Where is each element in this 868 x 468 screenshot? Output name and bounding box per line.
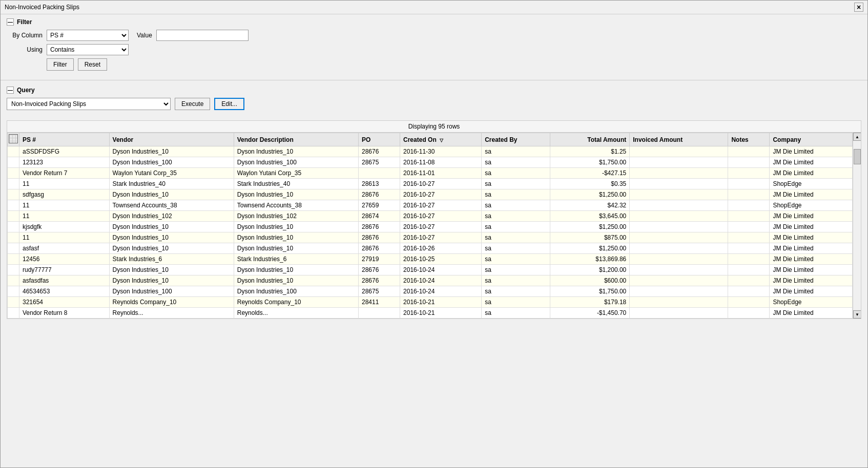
cell-company: JM Die Limited	[770, 286, 853, 297]
table-row[interactable]: 11Stark Industries_40Stark Industries_40…	[8, 179, 853, 189]
query-select[interactable]: Non-Invoiced Packing Slips	[7, 98, 171, 110]
cell-ps: 321654	[19, 297, 110, 308]
close-button[interactable]: ×	[854, 3, 863, 12]
cell-createdon: 2016-10-27	[400, 200, 482, 211]
cell-totalamt: $1.25	[550, 146, 630, 157]
row-icon-cell	[8, 189, 19, 200]
cell-createdby: sa	[482, 232, 550, 243]
filter-section: — Filter By Column PS # Vendor Vendor De…	[1, 14, 867, 78]
table-row[interactable]: Vendor Return 7Waylon Yutani Corp_35Wayl…	[8, 168, 853, 179]
value-label: Value	[137, 32, 152, 39]
table-wrapper: PS # Vendor Vendor Description PO	[7, 133, 861, 318]
cell-company: JM Die Limited	[770, 243, 853, 254]
filter-header: — Filter	[7, 18, 861, 26]
cell-createdon: 2016-11-30	[400, 146, 482, 157]
table-row[interactable]: 46534653Dyson Industries_100Dyson Indust…	[8, 286, 853, 297]
scrollbar[interactable]: ▲ ▼	[853, 133, 861, 318]
cell-invoicedamt	[630, 179, 728, 189]
table-row[interactable]: 123123Dyson Industries_100Dyson Industri…	[8, 157, 853, 168]
grid-icon	[9, 134, 18, 143]
cell-invoicedamt	[630, 297, 728, 308]
col-header-totalamt[interactable]: Total Amount	[550, 133, 630, 146]
cell-po: 27659	[358, 200, 400, 211]
table-row[interactable]: asfasfDyson Industries_10Dyson Industrie…	[8, 243, 853, 254]
using-select[interactable]: Contains Equals Starts With Ends With	[47, 44, 129, 55]
scrollbar-thumb[interactable]	[854, 149, 861, 164]
cell-createdon: 2016-10-25	[400, 254, 482, 265]
table-row[interactable]: sdfgasgDyson Industries_10Dyson Industri…	[8, 189, 853, 200]
execute-button[interactable]: Execute	[175, 98, 210, 110]
col-header-createdon[interactable]: Created On ▽	[400, 133, 482, 146]
cell-createdby: sa	[482, 189, 550, 200]
col-header-vendor[interactable]: Vendor	[109, 133, 234, 146]
cell-company: JM Die Limited	[770, 168, 853, 179]
table-row[interactable]: 11Dyson Industries_10Dyson Industries_10…	[8, 232, 853, 243]
cell-company: JM Die Limited	[770, 232, 853, 243]
cell-vendor: Dyson Industries_10	[109, 265, 234, 275]
cell-vendordesc: Dyson Industries_10	[234, 265, 358, 275]
table-row[interactable]: 12456Stark Industries_6Stark Industries_…	[8, 254, 853, 265]
cell-po: 28675	[358, 157, 400, 168]
by-column-select[interactable]: PS # Vendor Vendor Description PO Create…	[47, 30, 129, 41]
cell-notes	[728, 254, 770, 265]
cell-ps: asfasdfas	[19, 275, 110, 286]
col-header-notes[interactable]: Notes	[728, 133, 770, 146]
edit-button[interactable]: Edit...	[214, 98, 244, 110]
cell-company: JM Die Limited	[770, 189, 853, 200]
query-collapse-button[interactable]: —	[7, 87, 14, 94]
window-title: Non-Invoiced Packing Slips	[5, 4, 79, 11]
cell-notes	[728, 211, 770, 222]
table-row[interactable]: 11Dyson Industries_102Dyson Industries_1…	[8, 211, 853, 222]
cell-notes	[728, 157, 770, 168]
cell-po: 28675	[358, 286, 400, 297]
value-input[interactable]	[156, 30, 249, 41]
scrollbar-down-arrow[interactable]: ▼	[853, 310, 861, 318]
row-icon-cell	[8, 286, 19, 297]
cell-notes	[728, 189, 770, 200]
cell-po: 28676	[358, 243, 400, 254]
cell-ps: Vendor Return 7	[19, 168, 110, 179]
col-header-po[interactable]: PO	[358, 133, 400, 146]
col-header-vendordesc[interactable]: Vendor Description	[234, 133, 358, 146]
query-header: — Query	[7, 87, 861, 94]
cell-company: JM Die Limited	[770, 275, 853, 286]
table-row[interactable]: kjsdgfkDyson Industries_10Dyson Industri…	[8, 222, 853, 232]
col-header-createdby[interactable]: Created By	[482, 133, 550, 146]
table-row[interactable]: Vendor Return 8Reynolds...Reynolds...201…	[8, 308, 853, 318]
cell-vendordesc: Dyson Industries_100	[234, 286, 358, 297]
col-header-ps[interactable]: PS #	[19, 133, 110, 146]
scrollbar-up-arrow[interactable]: ▲	[853, 133, 861, 141]
cell-createdby: sa	[482, 200, 550, 211]
cell-company: JM Die Limited	[770, 308, 853, 318]
col-header-company[interactable]: Company	[770, 133, 853, 146]
row-icon-cell	[8, 254, 19, 265]
table-header-row: PS # Vendor Vendor Description PO	[8, 133, 853, 146]
table-row[interactable]: asfasdfasDyson Industries_10Dyson Indust…	[8, 275, 853, 286]
col-header-invoicedamt[interactable]: Invoiced Amount	[630, 133, 728, 146]
divider-1	[1, 80, 867, 80]
table-info-bar: Displaying 95 rows	[7, 121, 861, 133]
cell-ps: 12456	[19, 254, 110, 265]
cell-ps: Vendor Return 8	[19, 308, 110, 318]
filter-collapse-button[interactable]: —	[7, 18, 14, 26]
cell-vendordesc: Dyson Industries_10	[234, 275, 358, 286]
table-row[interactable]: rudy77777Dyson Industries_10Dyson Indust…	[8, 265, 853, 275]
row-icon-cell	[8, 232, 19, 243]
cell-ps: 46534653	[19, 286, 110, 297]
filter-button[interactable]: Filter	[47, 58, 74, 71]
row-icon-cell	[8, 146, 19, 157]
table-row[interactable]: 11Townsend Accounts_38Townsend Accounts_…	[8, 200, 853, 211]
cell-ps: sdfgasg	[19, 189, 110, 200]
cell-invoicedamt	[630, 168, 728, 179]
table-row[interactable]: 321654Reynolds Company_10Reynolds Compan…	[8, 297, 853, 308]
cell-notes	[728, 265, 770, 275]
reset-button[interactable]: Reset	[78, 58, 107, 71]
table-row[interactable]: aSSDFDSFGDyson Industries_10Dyson Indust…	[8, 146, 853, 157]
cell-createdby: sa	[482, 308, 550, 318]
cell-notes	[728, 179, 770, 189]
cell-createdby: sa	[482, 211, 550, 222]
cell-invoicedamt	[630, 222, 728, 232]
cell-totalamt: $13,869.86	[550, 254, 630, 265]
cell-company: JM Die Limited	[770, 211, 853, 222]
main-window: Non-Invoiced Packing Slips × — Filter By…	[0, 0, 868, 468]
